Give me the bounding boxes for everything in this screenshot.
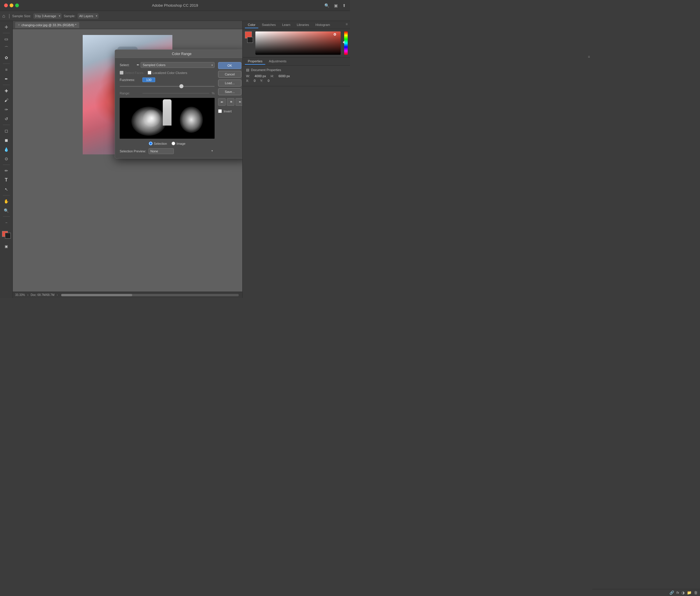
sample-select-wrap[interactable]: All Layers [78, 14, 98, 19]
dialog-body: Select: ✒ Sampled Colors Reds Yellows Gr… [115, 58, 242, 158]
x-label: X: [246, 79, 249, 82]
eyedropper-add-btn[interactable]: + ✒ [227, 98, 234, 106]
home-icon[interactable]: ⌂ [2, 14, 5, 19]
x-value: 0 [254, 79, 255, 82]
move-tool[interactable]: ✛ [2, 23, 11, 31]
tab-adjustments[interactable]: Adjustments [266, 58, 289, 65]
selection-radio-label[interactable]: Selection [149, 142, 167, 145]
y-value: 0 [267, 79, 269, 82]
rectangle-select-tool[interactable]: ▭ [2, 35, 11, 43]
eraser-tool[interactable]: ◻ [2, 126, 11, 135]
save-button[interactable]: Save... [218, 88, 241, 95]
load-button[interactable]: Load... [218, 79, 241, 86]
minimize-button[interactable] [9, 3, 14, 7]
tool-separator-1 [3, 33, 10, 33]
invert-row: Invert [218, 109, 242, 113]
fuzziness-thumb[interactable] [179, 84, 183, 88]
tool-separator-6 [3, 195, 10, 196]
color-panel-tabs: Color Swatches Learn Libraries Histogram… [242, 21, 350, 29]
tool-separator-4 [3, 125, 10, 125]
blur-tool[interactable]: 💧 [2, 145, 11, 154]
text-tool[interactable]: T [2, 176, 11, 184]
select-label: Select: [120, 63, 134, 67]
dodge-tool[interactable]: ⊙ [2, 154, 11, 163]
zoom-tool[interactable]: 🔍 [2, 206, 11, 215]
range-row: Range: % [120, 92, 215, 95]
range-track [142, 93, 209, 94]
detect-faces-checkbox[interactable] [120, 71, 124, 75]
clone-stamp-tool[interactable]: ✑ [2, 105, 11, 114]
horizontal-scrollbar[interactable] [61, 294, 239, 296]
image-radio[interactable] [172, 142, 175, 145]
lasso-tool[interactable]: ⌒ [2, 44, 11, 53]
search-titlebar-icon[interactable]: 🔍 [325, 3, 329, 8]
brush-tool[interactable]: 🖌 [2, 96, 11, 105]
color-picker-box[interactable] [255, 31, 341, 55]
status-arrow-btn[interactable]: › [57, 293, 58, 297]
eyedropper-normal-btn[interactable]: ✒ [218, 98, 226, 106]
crop-tool[interactable]: ⌗ [2, 65, 11, 74]
tab-swatches[interactable]: Swatches [259, 22, 279, 28]
cancel-button[interactable]: Cancel [218, 71, 241, 78]
selection-preview-select[interactable]: None Grayscale Black Matte White Matte Q… [149, 148, 174, 154]
history-brush-tool[interactable]: ↺ [2, 115, 11, 123]
properties-panel: Properties Adjustments ≡ ▤ Document Prop… [242, 57, 350, 86]
selection-radio[interactable] [149, 142, 153, 145]
tab-histogram[interactable]: Histogram [312, 22, 333, 28]
canvas-container[interactable]: Color Range Select: ✒ Sampled Colors Red… [13, 29, 242, 292]
tab-libraries[interactable]: Libraries [294, 22, 312, 28]
tool-options-icon: | [9, 14, 10, 19]
image-radio-label[interactable]: Image [172, 142, 185, 145]
fuzziness-track [120, 86, 215, 87]
maximize-button[interactable] [15, 3, 19, 7]
tools-panel: ✛ ▭ ⌒ ✿ ⌗ ✒ ✚ 🖌 ✑ ↺ ◻ ◼ 💧 ⊙ ✏ T ↖ ✋ 🔍 ··… [0, 21, 13, 298]
doc-props-icon: ▤ [246, 68, 249, 72]
eyedropper-remove-btn[interactable]: − ✒ [236, 98, 242, 106]
tab-properties[interactable]: Properties [245, 58, 265, 65]
sample-size-select-wrap[interactable]: 3 by 3 Average [33, 14, 61, 19]
color-picker-dot[interactable] [334, 33, 336, 35]
range-percent: % [212, 92, 215, 95]
sample-select[interactable]: All Layers [78, 14, 98, 19]
ok-button[interactable]: OK [218, 62, 241, 69]
selection-preview-select-wrap[interactable]: None Grayscale Black Matte White Matte Q… [149, 148, 215, 154]
invert-label: Invert [224, 109, 232, 113]
document-properties-title: ▤ Document Properties [246, 68, 346, 72]
color-swatches[interactable] [2, 231, 11, 239]
tab-learn[interactable]: Learn [279, 22, 293, 28]
healing-brush-tool[interactable]: ✚ [2, 86, 11, 95]
eyedropper-tool[interactable]: ✒ [2, 75, 11, 83]
extra-tools[interactable]: ··· [2, 218, 11, 227]
panel-menu-btn[interactable]: ≡ [346, 22, 348, 26]
hue-slider[interactable] [344, 31, 348, 55]
selection-preview-row: Selection Preview: None Grayscale Black … [120, 148, 215, 154]
path-select-tool[interactable]: ↖ [2, 185, 11, 194]
quick-mask-icon[interactable]: ▣ [2, 242, 11, 251]
tab-color[interactable]: Color [245, 22, 258, 28]
background-swatch[interactable] [247, 37, 253, 43]
share-icon[interactable]: ⬆ [342, 3, 346, 8]
detect-faces-checkbox-label[interactable]: Detect Faces [120, 71, 144, 75]
fuzziness-slider[interactable] [120, 84, 215, 89]
localized-color-clusters-label[interactable]: Localized Color Clusters [148, 71, 187, 75]
close-button[interactable] [4, 3, 8, 7]
traffic-lights[interactable] [4, 3, 19, 7]
hand-tool[interactable]: ✋ [2, 197, 11, 206]
pen-tool[interactable]: ✏ [2, 166, 11, 175]
select-dropdown-wrap[interactable]: ✒ Sampled Colors Reds Yellows Greens Cya… [136, 62, 215, 68]
gradient-tool[interactable]: ◼ [2, 136, 11, 145]
localized-color-clusters-checkbox[interactable] [148, 71, 151, 75]
mask-icons: ▣ [2, 242, 11, 251]
scrollbar-thumb[interactable] [61, 294, 132, 296]
tab-close-icon[interactable]: × [18, 23, 20, 26]
fuzziness-input[interactable]: 130 [142, 77, 155, 82]
quick-select-tool[interactable]: ✿ [2, 53, 11, 62]
document-tab[interactable]: × changing-color.jpg @ 33.3% (RGB/8) * [15, 22, 79, 28]
color-fg-bg-swatches[interactable] [245, 31, 253, 43]
sample-size-select[interactable]: 3 by 3 Average [33, 14, 61, 19]
layout-icon[interactable]: ▣ [334, 3, 338, 8]
select-dropdown[interactable]: Sampled Colors Reds Yellows Greens Cyans… [140, 62, 215, 68]
invert-checkbox[interactable] [218, 109, 222, 113]
background-color[interactable] [5, 233, 11, 239]
color-gradient-area[interactable] [255, 31, 341, 55]
